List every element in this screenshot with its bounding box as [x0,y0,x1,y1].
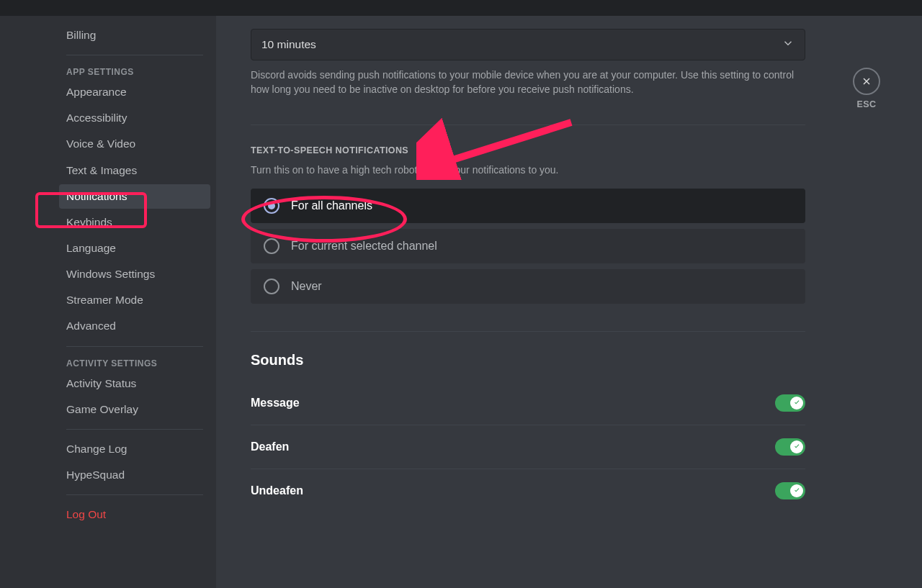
settings-content: 10 minutes Discord avoids sending push n… [216,16,922,588]
sound-label: Undeafen [251,484,303,497]
tts-help: Turn this on to have a high tech robot s… [251,163,805,177]
radio-label: Never [291,280,322,293]
radio-icon [264,238,279,254]
sidebar-item-billing[interactable]: Billing [59,23,210,48]
divider [66,429,203,430]
sound-row-undeafen: Undeafen [251,469,805,512]
push-timeout-help: Discord avoids sending push notification… [251,68,805,97]
tts-option-all-channels[interactable]: For all channels [251,189,805,223]
sidebar-item-accessibility[interactable]: Accessibility [59,106,210,130]
sidebar-item-notifications[interactable]: Notifications [59,184,210,209]
sidebar-header-activity-settings: Activity Settings [59,354,210,371]
divider [66,55,203,55]
close-settings-button[interactable]: ESC [853,68,880,109]
sidebar-item-appearance[interactable]: Appearance [59,80,210,104]
check-icon [793,487,801,494]
window-titlebar [0,0,922,16]
sidebar-item-log-out[interactable]: Log Out [59,502,210,527]
sidebar-header-app-settings: App Settings [59,63,210,80]
toggle-knob [790,397,803,410]
radio-icon [264,279,279,294]
sound-label: Message [251,397,300,410]
check-icon [793,399,801,407]
sidebar-item-hypesquad[interactable]: HypeSquad [59,463,210,487]
chevron-down-icon [782,37,795,53]
sound-row-deafen: Deafen [251,425,805,469]
sidebar-item-windows-settings[interactable]: Windows Settings [59,262,210,286]
check-icon [793,443,801,451]
close-icon [853,68,880,95]
push-timeout-select[interactable]: 10 minutes [251,29,805,60]
toggle-knob [790,440,803,453]
divider [66,346,203,347]
sounds-header: Sounds [251,352,805,368]
sidebar-item-text-images[interactable]: Text & Images [59,158,210,183]
divider [251,125,805,125]
divider [251,331,805,332]
toggle-sound-message[interactable] [775,394,805,412]
toggle-sound-undeafen[interactable] [775,482,805,499]
sidebar-item-keybinds[interactable]: Keybinds [59,210,210,235]
sidebar-item-streamer-mode[interactable]: Streamer Mode [59,288,210,312]
push-timeout-value: 10 minutes [261,38,316,51]
sidebar-item-voice-video[interactable]: Voice & Video [59,132,210,156]
radio-label: For all channels [291,199,372,212]
sidebar-item-game-overlay[interactable]: Game Overlay [59,397,210,422]
radio-icon [264,198,279,214]
settings-sidebar: Billing App Settings Appearance Accessib… [0,16,216,588]
sidebar-item-advanced[interactable]: Advanced [59,314,210,338]
toggle-knob [790,484,803,497]
tts-option-never[interactable]: Never [251,269,805,304]
sound-row-message: Message [251,381,805,425]
toggle-sound-deafen[interactable] [775,438,805,456]
sidebar-item-language[interactable]: Language [59,236,210,261]
sidebar-item-activity-status[interactable]: Activity Status [59,371,210,396]
divider [66,494,203,495]
radio-label: For current selected channel [291,240,437,253]
tts-header: Text-to-Speech Notifications [251,145,805,155]
tts-option-current-channel[interactable]: For current selected channel [251,229,805,263]
esc-label: ESC [853,99,880,109]
sound-label: Deafen [251,440,289,453]
sidebar-item-change-log[interactable]: Change Log [59,437,210,461]
